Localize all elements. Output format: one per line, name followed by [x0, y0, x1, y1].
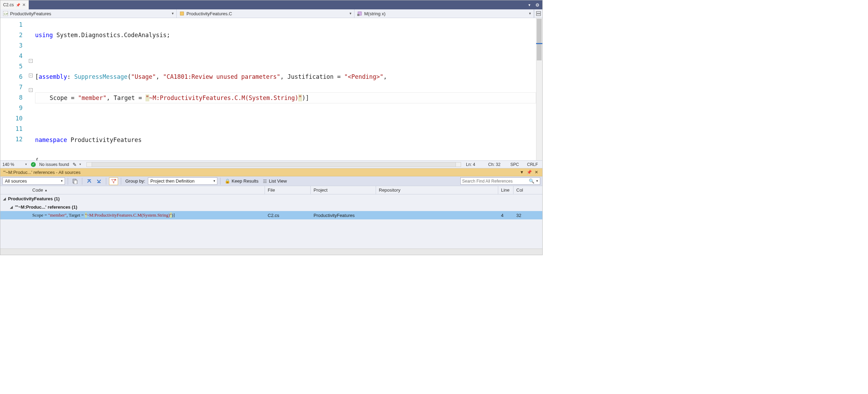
line-number: 9: [0, 103, 23, 113]
line-number: 12: [0, 134, 23, 144]
expand-icon[interactable]: ◢: [10, 205, 13, 209]
group-label: '"~M:Produc...' references (1): [15, 204, 77, 210]
search-references-box[interactable]: 🔍 ▼: [460, 177, 540, 185]
code-text: :: [67, 73, 74, 80]
line-number: 1: [0, 19, 23, 30]
pin-icon[interactable]: 📌: [525, 170, 533, 175]
lock-icon: 🔒: [225, 178, 230, 184]
code-text: [: [35, 73, 39, 80]
fold-toggle[interactable]: −: [29, 59, 33, 63]
result-file: C2.cs: [265, 213, 311, 218]
nav-member-label: M(string x): [364, 11, 385, 16]
editor-status-bar: 140 % ▼ ✓ No issues found ✎ ▼ Ln: 4 Ch: …: [0, 160, 542, 168]
scroll-marker: [536, 43, 542, 44]
fold-gutter: − − −: [29, 18, 35, 160]
keyword: using: [35, 32, 53, 39]
groupby-dropdown[interactable]: Project then Definition ▼: [148, 177, 217, 185]
search-input[interactable]: [462, 179, 529, 184]
repository-column-header[interactable]: Repository: [376, 186, 498, 194]
button-label: Keep Results: [232, 178, 258, 184]
references-toolbar: All sources ▼ Group by: Project then Def…: [0, 176, 542, 186]
chevron-down-icon[interactable]: ▼: [536, 179, 539, 183]
pin-icon[interactable]: 📌: [16, 3, 20, 7]
line-number: 7: [0, 82, 23, 92]
string-literal: "CA1801:Review unused parameters": [163, 73, 281, 80]
project-column-header[interactable]: Project: [311, 186, 376, 194]
result-col: 32: [514, 213, 542, 218]
code-text: , Target =: [107, 94, 146, 101]
line-number: 2: [0, 30, 23, 40]
col-column-header[interactable]: Col: [514, 186, 542, 194]
nav-type-dropdown[interactable]: ProductivityFeatures.C ▼: [177, 9, 354, 18]
fold-toggle[interactable]: −: [29, 74, 33, 77]
line-ending[interactable]: CRLF: [527, 162, 540, 167]
expand-column[interactable]: [0, 186, 30, 194]
references-columns-header: Code ▲ File Project Repository Line Col: [0, 186, 542, 194]
group-label: ProductivityFeatures (1): [8, 196, 60, 201]
zoom-level[interactable]: 140 %: [2, 162, 21, 167]
horizontal-scrollbar[interactable]: [86, 162, 461, 167]
chevron-down-icon[interactable]: ▼: [518, 170, 525, 175]
document-tab-bar: C2.cs 📌 ✕ ▾ ⚙: [0, 0, 542, 9]
horizontal-scrollbar[interactable]: [0, 249, 542, 255]
scroll-thumb[interactable]: [537, 19, 542, 60]
method-icon: [357, 11, 362, 16]
close-icon[interactable]: ✕: [22, 2, 26, 7]
clear-filters-button[interactable]: [109, 177, 118, 185]
column-label: File: [268, 187, 275, 193]
string-literal: "Usage": [131, 73, 156, 80]
button-label: List View: [269, 178, 287, 184]
code-content[interactable]: using System.Diagnostics.CodeAnalysis; […: [35, 18, 536, 160]
search-icon[interactable]: 🔍: [529, 178, 534, 184]
column-label: Code: [32, 187, 43, 193]
code-text: ,: [383, 73, 387, 80]
code-text: (: [127, 73, 131, 80]
broom-icon[interactable]: ✎: [73, 162, 77, 167]
tab-overflow-icon[interactable]: ▾: [526, 3, 533, 7]
nav-project-dropdown[interactable]: C# ProductivityFeatures ▼: [0, 9, 177, 18]
vertical-scrollbar[interactable]: [536, 18, 542, 160]
next-button[interactable]: [95, 178, 103, 185]
keep-results-button[interactable]: 🔒 Keep Results: [223, 178, 260, 184]
line-number: 8: [0, 92, 23, 103]
app-root: C2.cs 📌 ✕ ▾ ⚙ C# ProductivityFeatures ▼ …: [0, 0, 543, 255]
previous-button[interactable]: [85, 178, 93, 185]
source-filter-dropdown[interactable]: All sources ▼: [2, 177, 65, 185]
result-group-definition[interactable]: ◢ '"~M:Produc...' references (1): [0, 203, 542, 211]
csharp-project-icon: C#: [3, 11, 8, 16]
result-project: ProductivityFeatures: [311, 213, 376, 218]
file-column-header[interactable]: File: [265, 186, 311, 194]
copy-button[interactable]: [71, 178, 79, 185]
column-label: Repository: [379, 187, 400, 193]
tab-label: C2.cs: [3, 2, 14, 7]
cursor-line[interactable]: Ln: 4: [466, 162, 485, 167]
split-window-button[interactable]: [534, 9, 542, 18]
code-column-header[interactable]: Code ▲: [30, 186, 265, 194]
chevron-down-icon: ▼: [528, 12, 532, 15]
string-literal: ~M:ProductivityFeatures.C.M(System.Strin…: [149, 94, 299, 101]
keyword: assembly: [39, 73, 67, 80]
string-literal: ": [298, 94, 302, 101]
navigation-bar: C# ProductivityFeatures ▼ ProductivityFe…: [0, 9, 542, 18]
line-number: 4: [0, 51, 23, 61]
line-column-header[interactable]: Line: [498, 186, 514, 194]
svg-rect-4: [357, 14, 359, 16]
dropdown-value: Project then Definition: [150, 178, 194, 184]
cursor-char[interactable]: Ch: 32: [488, 162, 507, 167]
nav-member-dropdown[interactable]: M(string x) ▼: [354, 9, 534, 18]
expand-icon[interactable]: ◢: [3, 197, 6, 201]
result-group-project[interactable]: ◢ ProductivityFeatures (1): [0, 194, 542, 203]
list-view-button[interactable]: List View: [261, 178, 288, 184]
result-item[interactable]: Scope = "member", Target = "~M:Productiv…: [0, 211, 542, 219]
code-editor[interactable]: 1 2 3 4 5 6 7 8 9 10 11 12 − − − using S…: [0, 18, 542, 160]
document-tab[interactable]: C2.cs 📌 ✕: [0, 0, 29, 9]
svg-rect-2: [180, 12, 184, 15]
references-results: ◢ ProductivityFeatures (1) ◢ '"~M:Produc…: [0, 194, 542, 249]
gear-icon[interactable]: ⚙: [533, 2, 542, 8]
check-icon: ✓: [31, 162, 36, 167]
chevron-down-icon[interactable]: ▼: [79, 163, 82, 166]
close-icon[interactable]: ✕: [533, 170, 540, 175]
indent-mode[interactable]: SPC: [510, 162, 524, 167]
fold-toggle[interactable]: −: [29, 88, 33, 92]
chevron-down-icon[interactable]: ▼: [25, 163, 27, 166]
